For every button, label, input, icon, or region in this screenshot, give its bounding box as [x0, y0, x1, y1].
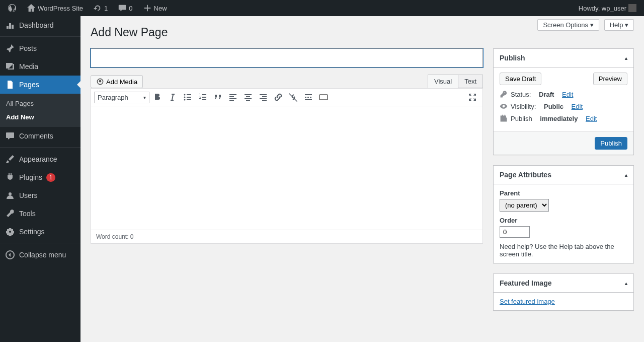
admin-topbar: WordPress Site 1 0 New Howdy, wp_user: [0, 0, 644, 16]
align-center-icon: [243, 92, 253, 102]
menu-media[interactable]: Media: [0, 57, 80, 76]
toolbar-toggle-button[interactable]: [316, 90, 331, 104]
help-tab[interactable]: Help ▾: [604, 19, 634, 31]
publish-metabox-header[interactable]: Publish▴: [494, 49, 633, 67]
preview-button[interactable]: Preview: [593, 73, 627, 85]
content-editor: Paragraph▾: [91, 88, 483, 244]
read-more-button[interactable]: [301, 90, 315, 104]
comments-link[interactable]: 0: [114, 0, 136, 16]
svg-point-1: [184, 94, 185, 96]
new-content-link[interactable]: New: [139, 0, 171, 16]
editor-textarea[interactable]: [91, 106, 482, 230]
settings-icon: [5, 227, 15, 237]
user-greeting[interactable]: Howdy, wp_user: [575, 0, 640, 16]
editor-text-tab[interactable]: Text: [458, 75, 483, 88]
menu-plugins[interactable]: Plugins1: [0, 168, 80, 186]
align-left-button[interactable]: [226, 90, 240, 104]
menu-pages[interactable]: Pages: [0, 76, 80, 94]
plugin-icon: [5, 172, 15, 182]
featured-image-header[interactable]: Featured Image▴: [494, 274, 633, 293]
site-link[interactable]: WordPress Site: [23, 0, 87, 16]
svg-rect-4: [319, 95, 328, 100]
admin-sidebar: Dashboard Posts Media Pages All Pages Ad…: [0, 16, 80, 342]
edit-status-link[interactable]: Edit: [562, 91, 573, 98]
parent-label: Parent: [500, 189, 627, 197]
bullet-list-button[interactable]: [181, 90, 195, 104]
keyboard-icon: [318, 92, 329, 102]
screen-options-tab[interactable]: Screen Options ▾: [537, 19, 599, 31]
menu-comments[interactable]: Comments: [0, 127, 80, 145]
wp-logo[interactable]: [4, 0, 20, 16]
bold-button[interactable]: [150, 90, 165, 104]
collapse-icon: [5, 250, 15, 260]
brush-icon: [5, 154, 15, 164]
number-list-button[interactable]: [196, 90, 210, 104]
tools-icon: [5, 209, 15, 219]
key-icon: [500, 90, 508, 98]
order-label: Order: [500, 217, 627, 224]
add-media-button[interactable]: Add Media: [91, 75, 143, 88]
menu-settings[interactable]: Settings: [0, 223, 80, 241]
featured-image-metabox: Featured Image▴ Set featured image: [493, 273, 634, 311]
fullscreen-icon: [467, 92, 477, 102]
bold-icon: [152, 92, 163, 102]
page-title-input[interactable]: [91, 48, 483, 67]
align-right-icon: [258, 92, 268, 102]
plugins-badge: 1: [46, 173, 55, 182]
list-ul-icon: [183, 92, 193, 102]
home-icon: [27, 4, 36, 13]
publish-metabox: Publish▴ Save Draft Preview Status: Draf…: [493, 48, 634, 155]
publish-button[interactable]: Publish: [595, 137, 627, 150]
link-icon: [273, 92, 283, 102]
comment-icon: [5, 131, 15, 141]
menu-dashboard[interactable]: Dashboard: [0, 16, 80, 34]
calendar-icon: [500, 114, 508, 122]
order-input[interactable]: [500, 226, 530, 238]
align-right-button[interactable]: [256, 90, 270, 104]
set-featured-image-link[interactable]: Set featured image: [500, 298, 555, 305]
chevron-up-icon: ▴: [625, 281, 627, 286]
collapse-menu[interactable]: Collapse menu: [0, 246, 80, 264]
schedule-line: Publish immediately Edit: [500, 114, 627, 122]
unlink-icon: [288, 92, 298, 102]
avatar: [628, 4, 636, 12]
unlink-button[interactable]: [286, 90, 300, 104]
eye-icon: [500, 102, 508, 110]
update-icon: [93, 4, 102, 13]
editor-visual-tab[interactable]: Visual: [428, 75, 458, 88]
updates-link[interactable]: 1: [90, 0, 111, 16]
edit-visibility-link[interactable]: Edit: [572, 103, 583, 110]
edit-schedule-link[interactable]: Edit: [586, 115, 597, 122]
submenu-all-pages[interactable]: All Pages: [0, 97, 80, 110]
chevron-up-icon: ▴: [625, 55, 627, 61]
media-icon: [96, 78, 104, 86]
list-ol-icon: [198, 92, 208, 102]
submenu-add-new[interactable]: Add New: [0, 110, 80, 124]
comment-icon: [118, 4, 127, 13]
italic-button[interactable]: [166, 90, 180, 104]
chevron-up-icon: ▴: [625, 172, 627, 178]
pages-submenu: All Pages Add New: [0, 94, 80, 127]
align-center-button[interactable]: [241, 90, 255, 104]
status-line: Status: Draft Edit: [500, 90, 627, 98]
menu-tools[interactable]: Tools: [0, 204, 80, 223]
menu-appearance[interactable]: Appearance: [0, 150, 80, 168]
save-draft-button[interactable]: Save Draft: [500, 73, 541, 85]
fullscreen-button[interactable]: [465, 90, 479, 104]
align-left-icon: [228, 92, 238, 102]
page-attributes-metabox: Page Attributes▴ Parent (no parent) Orde…: [493, 165, 634, 263]
format-select[interactable]: Paragraph▾: [94, 92, 149, 103]
quote-icon: [213, 92, 223, 102]
visibility-line: Visibility: Public Edit: [500, 102, 627, 110]
page-attributes-header[interactable]: Page Attributes▴: [494, 166, 633, 184]
blockquote-button[interactable]: [211, 90, 225, 104]
page-icon: [5, 80, 15, 90]
menu-posts[interactable]: Posts: [0, 39, 80, 57]
parent-select[interactable]: (no parent): [500, 199, 549, 212]
plus-icon: [143, 4, 152, 13]
svg-point-2: [184, 97, 185, 98]
word-count: Word count: 0: [91, 230, 482, 243]
link-button[interactable]: [271, 90, 285, 104]
menu-users[interactable]: Users: [0, 186, 80, 204]
media-icon: [5, 61, 15, 72]
